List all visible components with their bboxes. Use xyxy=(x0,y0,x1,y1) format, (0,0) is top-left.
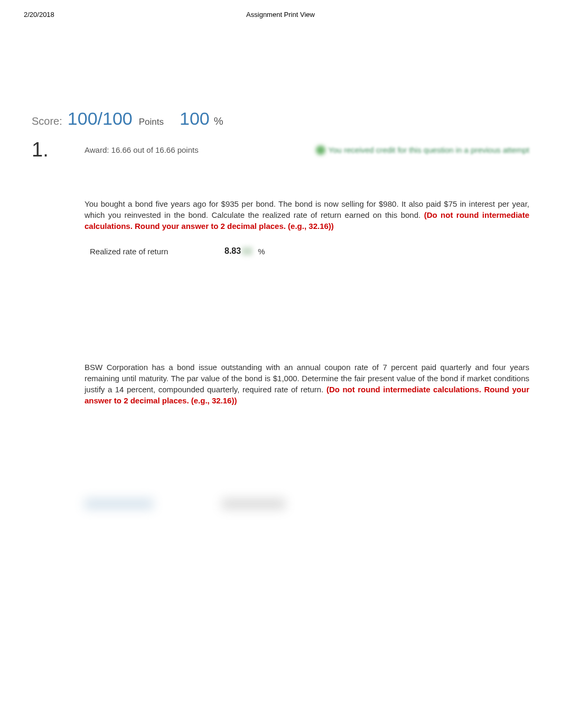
question-text-1: You bought a bond five years ago for $93… xyxy=(85,198,529,232)
credit-notice-text: You received credit for this question in… xyxy=(329,145,530,154)
award-text: Award: 16.66 out of 16.66 points xyxy=(85,145,199,154)
blur-row xyxy=(85,499,529,509)
score-label: Score: xyxy=(32,115,62,127)
answer-row-1: Realized rate of return 8.83 % xyxy=(90,246,529,256)
score-fraction: 100/100 xyxy=(68,108,133,129)
checkmark-icon xyxy=(316,145,325,155)
answer-blur-1 xyxy=(242,247,253,255)
answer-label-1: Realized rate of return xyxy=(90,247,225,256)
score-row: Score: 100/100 Points 100 % xyxy=(32,108,529,129)
question-number: 1. xyxy=(32,139,85,161)
blur-block-1 xyxy=(85,499,153,509)
percent-sign: % xyxy=(214,115,223,127)
answer-unit-1: % xyxy=(258,247,265,256)
question-body-1: You bought a bond five years ago for $93… xyxy=(85,198,529,256)
question-body-2: BSW Corporation has a bond issue outstan… xyxy=(85,362,529,406)
question-header-row: 1. Award: 16.66 out of 16.66 points You … xyxy=(32,139,529,161)
percent-value: 100 xyxy=(180,108,210,129)
credit-notice: You received credit for this question in… xyxy=(316,145,530,155)
points-label: Points xyxy=(139,117,164,127)
answer-value-1: 8.83 xyxy=(225,246,241,256)
header-title: Assignment Print View xyxy=(246,11,315,19)
blur-block-2 xyxy=(222,499,285,509)
question-text-2: BSW Corporation has a bond issue outstan… xyxy=(85,362,529,406)
header-date: 2/20/2018 xyxy=(24,11,54,19)
